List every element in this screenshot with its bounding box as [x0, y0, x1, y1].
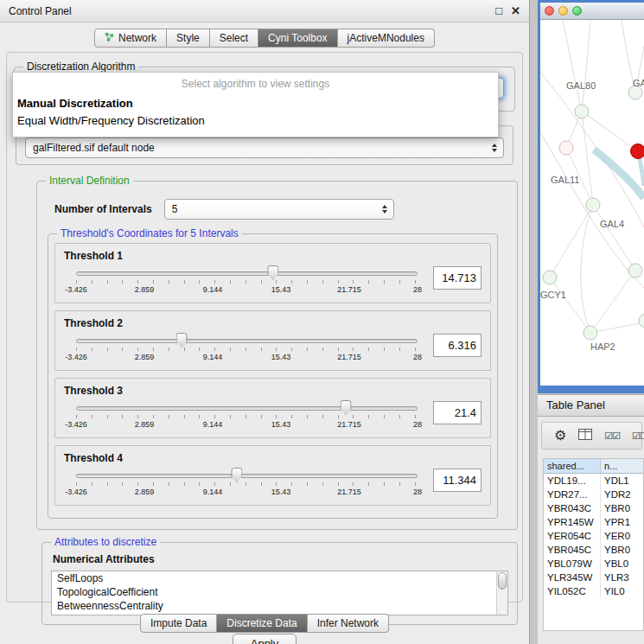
cell-name: YIL0 [601, 584, 643, 598]
tab-network[interactable]: Network [94, 29, 167, 48]
tick-label: -3.426 [65, 353, 87, 361]
node-label-gcy1: GCY1 [540, 290, 566, 300]
cell-name: YBL0 [601, 557, 643, 571]
slider-thumb[interactable] [176, 333, 188, 348]
tab-cyni-toolbox[interactable]: Cyni Toolbox [258, 29, 337, 48]
slider-track[interactable] [76, 339, 418, 343]
table-row[interactable]: YIL052C YIL0 [544, 584, 643, 598]
list-item[interactable]: BetweennessCentrality [52, 599, 507, 613]
tab-select[interactable]: Select [210, 29, 258, 48]
close-traffic-light-icon[interactable] [545, 6, 554, 16]
table-panel-title: Table Panel [546, 399, 605, 411]
node-gcy1[interactable] [543, 271, 557, 284]
number-of-intervals-value: 5 [172, 203, 178, 215]
table-row[interactable]: YER054C YER0 [544, 529, 643, 543]
table-row[interactable]: YBR043C YBR0 [544, 501, 643, 515]
threshold-1-slider[interactable]: -3.426 2.859 9.144 15.43 21.715 28 [64, 264, 423, 300]
table-panel-header: Table Panel [538, 394, 644, 417]
slider-thumb[interactable] [341, 400, 352, 415]
table-row[interactable]: YBL079W YBL0 [544, 557, 643, 571]
table-row[interactable]: YDR27... YDR2 [544, 488, 643, 501]
list-item[interactable]: TopologicalCoefficient [52, 585, 507, 599]
table-row[interactable]: YPR145W YPR1 [544, 515, 643, 529]
slider-track[interactable] [76, 474, 418, 478]
tab-infer-network[interactable]: Infer Network [308, 614, 389, 633]
node-gal80[interactable] [575, 105, 589, 118]
column-header-name[interactable]: n... [601, 459, 643, 473]
threshold-2-slider[interactable]: -3.426 2.859 9.144 15.43 21.715 28 [64, 331, 423, 367]
threshold-4-slider[interactable]: -3.426 2.859 9.144 15.43 21.715 28 [64, 466, 423, 502]
node-gal11[interactable] [559, 141, 573, 155]
cell-name: YDR2 [601, 488, 643, 501]
attributes-scrollbar[interactable] [496, 571, 507, 615]
row-filter-icon[interactable]: ☑☐ [632, 430, 644, 442]
threshold-2-value-field[interactable] [433, 334, 481, 357]
tab-infer-network-label: Infer Network [317, 617, 379, 629]
tab-jactivemnodules[interactable]: jActiveMNodules [338, 29, 435, 48]
zoom-traffic-light-icon[interactable] [572, 6, 582, 16]
number-of-intervals-combobox[interactable]: 5 [164, 199, 394, 220]
tick-label: 2.859 [135, 420, 155, 429]
table-data-value: galFiltered.sif default node [33, 142, 155, 154]
table-row[interactable]: YDL19... YDL1 [544, 474, 643, 488]
threshold-4-label: Threshold 4 [64, 452, 481, 464]
node-hap2[interactable] [583, 326, 597, 340]
node[interactable] [639, 314, 644, 328]
tick-label: 2.859 [135, 285, 155, 294]
threshold-4-panel: Threshold 4 -3.426 2.859 9.144 15.43 [54, 445, 491, 506]
slider-track[interactable] [76, 271, 418, 276]
dropdown-item-manual-discretization[interactable]: Manual Discretization [13, 95, 498, 112]
network-canvas[interactable]: GAL80 GA GAL11 GAL4 GCY1 HAP2 [540, 20, 644, 386]
tab-impute-data-label: Impute Data [150, 617, 207, 629]
columns-icon[interactable] [578, 428, 592, 443]
threshold-3-value-field[interactable] [433, 401, 481, 424]
list-item[interactable]: SelfLoops [52, 571, 507, 585]
threshold-1-value-field[interactable] [433, 266, 481, 290]
tick-label: 28 [413, 285, 422, 294]
tab-discretize-data[interactable]: Discretize Data [217, 614, 307, 633]
slider-track[interactable] [76, 406, 418, 411]
select-columns-icon[interactable]: ☑☑ [604, 430, 620, 442]
slider-thumb[interactable] [267, 265, 278, 280]
table-panel-toolbar: ⚙ ☑☑ ☑☐ [541, 422, 642, 450]
slider-ticks [76, 415, 418, 418]
thresholds-group: Threshold's Coordinates for 5 Intervals … [48, 233, 498, 519]
slider-ticks [76, 280, 418, 284]
table-row[interactable]: YBR045C YBR0 [544, 543, 643, 557]
node[interactable] [628, 264, 642, 277]
table-data-combobox[interactable]: galFiltered.sif default node [25, 137, 504, 158]
threshold-2-label: Threshold 2 [64, 317, 481, 329]
close-icon[interactable]: ✕ [511, 4, 520, 17]
apply-button[interactable]: Apply [233, 634, 297, 644]
tick-label: 9.144 [203, 420, 223, 429]
selected-node[interactable] [631, 144, 644, 159]
top-tab-bar: Network Style Select Cyni Toolbox jActiv… [0, 29, 529, 48]
thresholds-group-label: Threshold's Coordinates for 5 Intervals [57, 227, 242, 239]
tab-style[interactable]: Style [167, 29, 210, 48]
column-header-shared-name[interactable]: shared... [544, 459, 601, 473]
control-panel-title: Control Panel [9, 5, 487, 17]
network-window-titlebar[interactable] [540, 3, 644, 20]
threshold-4-value-field[interactable] [433, 469, 481, 492]
minimize-traffic-light-icon[interactable] [558, 6, 568, 16]
tick-label: 2.859 [135, 488, 155, 496]
gear-icon[interactable]: ⚙ [554, 429, 566, 443]
node-gal4[interactable] [586, 198, 600, 212]
table-row[interactable]: YLR345W YLR3 [544, 571, 643, 584]
tab-cyni-toolbox-label: Cyni Toolbox [268, 32, 327, 44]
node-label-hap2: HAP2 [590, 341, 615, 352]
threshold-3-panel: Threshold 3 -3.426 2.859 9.144 15.43 [54, 378, 491, 438]
tab-select-label: Select [220, 32, 248, 44]
tick-label: 9.144 [203, 488, 223, 496]
cell-shared-name: YIL052C [544, 584, 601, 598]
cell-shared-name: YLR345W [544, 571, 601, 584]
tab-style-label: Style [176, 32, 200, 44]
dropdown-item-equal-width-frequency[interactable]: Equal Width/Frequency Discretization [13, 112, 498, 130]
network-view-window: GAL80 GA GAL11 GAL4 GCY1 HAP2 [538, 0, 644, 393]
tick-label: 21.715 [337, 420, 361, 429]
float-window-icon[interactable]: □ [495, 4, 502, 17]
threshold-3-slider[interactable]: -3.426 2.859 9.144 15.43 21.715 28 [64, 399, 423, 435]
scrollbar-thumb[interactable] [498, 572, 507, 590]
tab-impute-data[interactable]: Impute Data [140, 614, 217, 633]
slider-thumb[interactable] [231, 468, 242, 482]
